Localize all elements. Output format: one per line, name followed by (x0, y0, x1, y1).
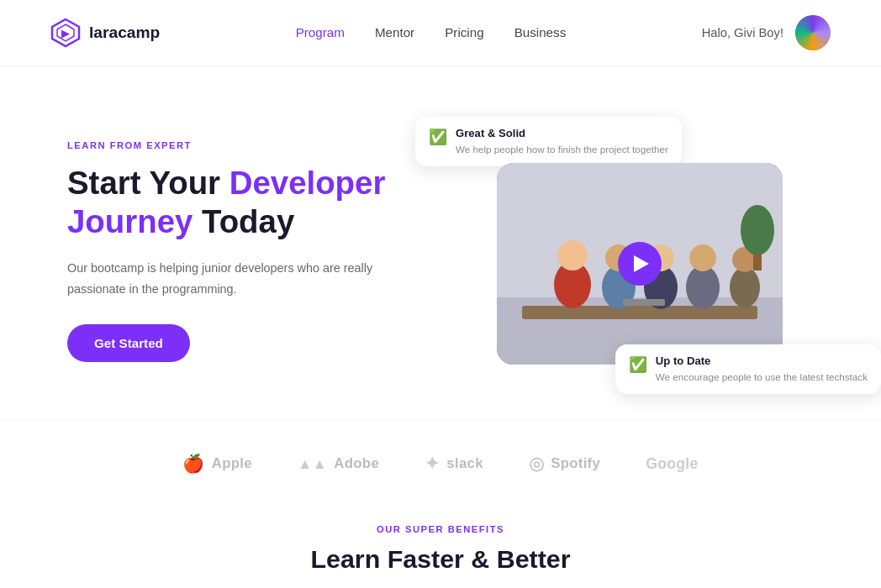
svg-point-13 (689, 244, 716, 271)
float-card-top-content: Great & Solid We help people how to fini… (456, 127, 668, 156)
apple-icon: 🍎 (182, 454, 204, 474)
hero-right: ✅ Great & Solid We help people how to fi… (466, 117, 814, 386)
hero-left: LEARN FROM EXPERT Start Your Developer J… (67, 140, 415, 362)
brand-spotify: ◎ Spotify (529, 454, 600, 474)
svg-point-14 (730, 267, 760, 307)
nav-item-business[interactable]: Business (514, 25, 567, 40)
hero-title: Start Your Developer Journey Today (67, 164, 415, 241)
check-icon-2: ✅ (629, 356, 647, 374)
brand-spotify-label: Spotify (551, 455, 600, 472)
float-card-top-desc: We help people how to finish the project… (456, 143, 668, 156)
brand-apple: 🍎 Apple (182, 454, 251, 474)
hero-section: LEARN FROM EXPERT Start Your Developer J… (0, 66, 881, 419)
svg-text:▶: ▶ (61, 28, 70, 39)
nav-right: Halo, Givi Boy! (702, 15, 831, 50)
check-icon-1: ✅ (429, 129, 447, 146)
hero-title-end: Today (193, 203, 294, 239)
brand-adobe: ▲▲ Adobe (298, 455, 379, 473)
logo-icon: ▶ (50, 18, 81, 48)
float-card-great: ✅ Great & Solid We help people how to fi… (415, 117, 682, 166)
brands-section: 🍎 Apple ▲▲ Adobe ✦ slack ◎ Spotify Googl… (0, 419, 881, 507)
nav-item-pricing[interactable]: Pricing (445, 25, 483, 40)
spotify-icon: ◎ (529, 454, 544, 474)
navbar: ▶ laracamp Program Mentor Pricing Busine… (0, 0, 881, 66)
brand-google: Google (646, 455, 698, 473)
svg-rect-16 (623, 299, 665, 306)
logo[interactable]: ▶ laracamp (50, 18, 160, 48)
adobe-icon: ▲▲ (298, 455, 327, 473)
svg-point-17 (741, 205, 774, 255)
get-started-button[interactable]: Get Started (67, 324, 190, 362)
float-card-top-title: Great & Solid (456, 127, 668, 139)
nav-greeting: Halo, Givi Boy! (702, 26, 783, 39)
video-card[interactable] (497, 163, 783, 365)
play-icon (634, 255, 649, 272)
logo-text: laracamp (89, 24, 160, 42)
float-card-uptodate: ✅ Up to Date We encourage people to use … (615, 344, 881, 394)
hero-tag: LEARN FROM EXPERT (67, 140, 415, 150)
benefits-section: OUR SUPER BENEFITS Learn Faster & Better (0, 507, 881, 588)
svg-rect-18 (753, 254, 762, 270)
float-card-bottom-content: Up to Date We encourage people to use th… (656, 354, 868, 384)
nav-links: Program Mentor Pricing Business (296, 25, 567, 40)
hero-title-plain: Start Your (67, 165, 229, 201)
benefits-tag: OUR SUPER BENEFITS (67, 524, 814, 534)
brand-slack: ✦ slack (425, 454, 483, 474)
float-card-bottom-title: Up to Date (656, 354, 868, 367)
nav-item-mentor[interactable]: Mentor (375, 25, 414, 40)
float-card-bottom-desc: We encourage people to use the latest te… (656, 370, 868, 384)
brand-google-label: Google (646, 455, 698, 473)
svg-rect-5 (522, 306, 757, 319)
play-button[interactable] (618, 242, 662, 286)
svg-point-12 (686, 265, 720, 309)
svg-point-7 (557, 240, 588, 270)
avatar-image (795, 15, 831, 50)
hero-description: Our bootcamp is helping junior developer… (67, 258, 415, 299)
nav-item-program[interactable]: Program (296, 25, 345, 40)
slack-icon: ✦ (425, 454, 440, 474)
avatar[interactable] (795, 15, 831, 50)
benefits-title: Learn Faster & Better (67, 544, 814, 574)
brand-adobe-label: Adobe (334, 455, 379, 472)
brand-slack-label: slack (446, 455, 483, 472)
brand-apple-label: Apple (212, 455, 252, 472)
